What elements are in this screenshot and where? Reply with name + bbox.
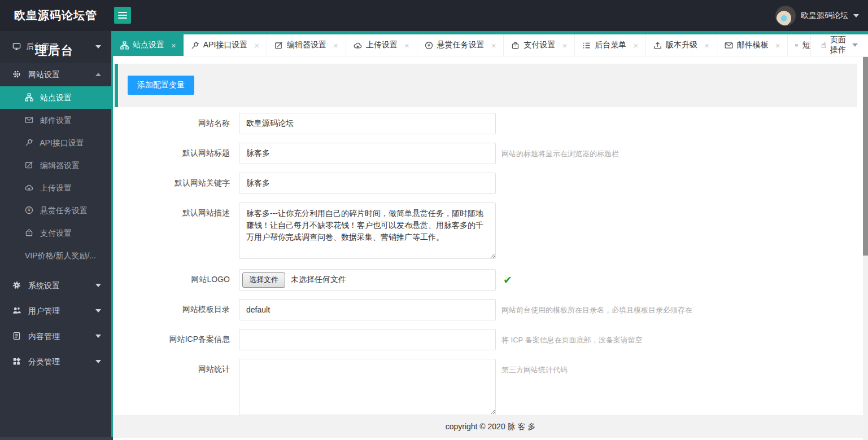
tab-sms-template[interactable]: 短: [788, 34, 810, 56]
tab-editor-settings[interactable]: 编辑器设置 ×: [267, 34, 346, 56]
tab-label: 短: [802, 40, 810, 50]
field-label: 默认网站关键字: [113, 173, 239, 188]
tab-version-upgrade[interactable]: 版本升级 ×: [646, 34, 717, 56]
page-actions-button[interactable]: ☝ 页面操作: [810, 34, 868, 56]
upload-arrow-icon: [653, 41, 662, 50]
footer-copyright: copyright © 2020 脉 客 多: [113, 415, 868, 438]
gear-icon: [12, 70, 21, 78]
tab-label: 上传设置: [366, 40, 398, 50]
field-hint: 网站前台使用的模板所在目录名，必填且模板目录必须存在: [501, 299, 692, 315]
sidebar-item-content-management[interactable]: 内容管理: [0, 324, 111, 348]
site-settings-form: 网站名称 默认网站标题 网站的标题将显示在浏览器的标题栏 默认网站关键字 默认网…: [113, 113, 868, 425]
yen-circle-icon: [25, 206, 33, 214]
grid-icon: [12, 357, 21, 366]
tab-mail-template[interactable]: 邮件模板 ×: [717, 34, 788, 56]
sidebar-item-label: 邮件设置: [40, 116, 72, 125]
close-icon[interactable]: ×: [254, 41, 259, 50]
field-label: 默认网站标题: [113, 143, 239, 159]
form-row-site-name: 网站名称: [113, 113, 868, 134]
user-name: 欧皇源码论坛: [801, 11, 848, 21]
sidebar-item-vip-price[interactable]: VIP价格/新人奖励/...: [0, 244, 111, 267]
field-label: 网站LOGO: [113, 269, 239, 285]
chevron-down-icon: [853, 14, 859, 17]
site-description-textarea[interactable]: 脉客多---让你充分利用自己的碎片时间，做简单悬赏任务，随时随地赚钱！让自己每月…: [239, 203, 496, 259]
sitemap-icon: [25, 93, 33, 102]
field-label: 默认网站描述: [113, 203, 239, 218]
tab-label: 后台菜单: [595, 40, 626, 50]
tab-api-settings[interactable]: API接口设置 ×: [184, 34, 267, 56]
toolbar-block: 添加配置变量: [115, 64, 857, 107]
user-menu[interactable]: 欧皇源码论坛: [775, 0, 859, 31]
top-header: 欧皇源码论坛管 欧皇源码论坛: [0, 0, 868, 31]
close-icon[interactable]: ×: [633, 41, 638, 50]
tab-label: 悬赏任务设置: [437, 40, 485, 50]
users-icon: [12, 306, 21, 315]
tab-site-settings[interactable]: 站点设置 ×: [113, 31, 184, 56]
check-icon: ✔: [503, 269, 512, 286]
main-content: 添加配置变量 网站名称 默认网站标题 网站的标题将显示在浏览器的标题栏 默认网站…: [113, 56, 868, 440]
close-icon[interactable]: ×: [775, 41, 780, 50]
form-row-icp: 网站ICP备案信息 将 ICP 备案信息在页面底部，没备案请留空: [113, 329, 868, 350]
sidebar-item-editor-settings[interactable]: 编辑器设置: [0, 154, 111, 177]
template-dir-input[interactable]: [239, 299, 496, 320]
sidebar-item-mail-settings[interactable]: 邮件设置: [0, 109, 111, 131]
edit-icon: [25, 161, 33, 169]
tab-label: API接口设置: [203, 40, 248, 50]
icp-input[interactable]: [239, 329, 496, 350]
field-hint: 网站的标题将显示在浏览器的标题栏: [501, 143, 619, 159]
close-icon[interactable]: ×: [404, 41, 409, 50]
close-icon[interactable]: ×: [491, 41, 496, 50]
add-config-variable-button[interactable]: 添加配置变量: [128, 76, 194, 95]
sidebar-item-upload-settings[interactable]: 上传设置: [0, 177, 111, 199]
sidebar-item-site-settings[interactable]: 站点设置: [0, 86, 111, 109]
plug-icon: [191, 41, 199, 50]
tab-upload-settings[interactable]: 上传设置 ×: [346, 34, 417, 56]
chevron-down-icon: [852, 43, 858, 47]
close-icon[interactable]: ×: [333, 41, 338, 50]
chevron-up-icon: [95, 73, 101, 76]
chevron-down-icon: [95, 335, 101, 338]
site-stats-textarea[interactable]: [239, 359, 496, 415]
close-icon[interactable]: ×: [171, 41, 176, 50]
close-icon[interactable]: ×: [704, 41, 709, 50]
sidebar-item-api-settings[interactable]: API接口设置: [0, 131, 111, 154]
sidebar-item-category-management[interactable]: 分类管理: [0, 350, 111, 373]
scrollbar-thumb[interactable]: [863, 57, 868, 256]
sidebar-item-system-settings[interactable]: 系统设置: [0, 274, 111, 297]
sidebar-item-label: VIP价格/新人奖励/...: [25, 251, 96, 260]
sidebar-item-reward-task-settings[interactable]: 悬赏任务设置: [0, 199, 111, 222]
cloud-upload-icon: [354, 41, 362, 50]
sidebar-item-label: 悬赏任务设置: [40, 206, 88, 215]
tab-payment-settings[interactable]: 支付设置 ×: [504, 34, 575, 56]
menu-toggle-button[interactable]: [114, 7, 131, 24]
gear-solid-icon: [12, 281, 21, 289]
tab-backend-menu[interactable]: 后台菜单 ×: [575, 34, 646, 56]
cloud-upload-icon: [25, 183, 33, 192]
sidebar-item-label: 支付设置: [40, 228, 72, 237]
bag-icon: [511, 41, 520, 50]
site-title-input[interactable]: [239, 143, 496, 164]
field-label: 网站ICP备案信息: [113, 329, 239, 345]
mail-icon: [25, 116, 33, 124]
sidebar-item-dashboard[interactable]: 后台管理 理后台: [0, 31, 111, 63]
logo-file-input[interactable]: 选择文件 未选择任何文件: [239, 269, 496, 291]
sidebar-item-label: 编辑器设置: [40, 161, 80, 170]
site-keywords-input[interactable]: [239, 173, 496, 194]
yen-circle-icon: [425, 41, 433, 50]
site-name-input[interactable]: [239, 113, 496, 134]
page-actions-label: 页面操作: [830, 35, 848, 55]
sitemap-icon: [120, 41, 129, 50]
plug-icon: [25, 138, 33, 147]
form-row-site-title: 默认网站标题 网站的标题将显示在浏览器的标题栏: [113, 143, 868, 164]
close-icon[interactable]: ×: [562, 41, 567, 50]
sidebar-item-website-settings[interactable]: 网站设置: [0, 63, 111, 86]
vertical-scrollbar[interactable]: [863, 56, 868, 440]
tab-reward-task-settings[interactable]: 悬赏任务设置 ×: [417, 34, 504, 56]
tab-label: 支付设置: [524, 40, 555, 50]
choose-file-button[interactable]: 选择文件: [242, 272, 285, 288]
tab-bar: 站点设置 × API接口设置 × 编辑器设置 × 上传设置 × 悬赏任务设置 ×…: [113, 31, 868, 56]
sidebar-item-user-management[interactable]: 用户管理: [0, 299, 111, 323]
field-label: 网站模板目录: [113, 299, 239, 315]
tab-label: 邮件模板: [737, 40, 769, 50]
sidebar-item-payment-settings[interactable]: 支付设置: [0, 222, 111, 244]
